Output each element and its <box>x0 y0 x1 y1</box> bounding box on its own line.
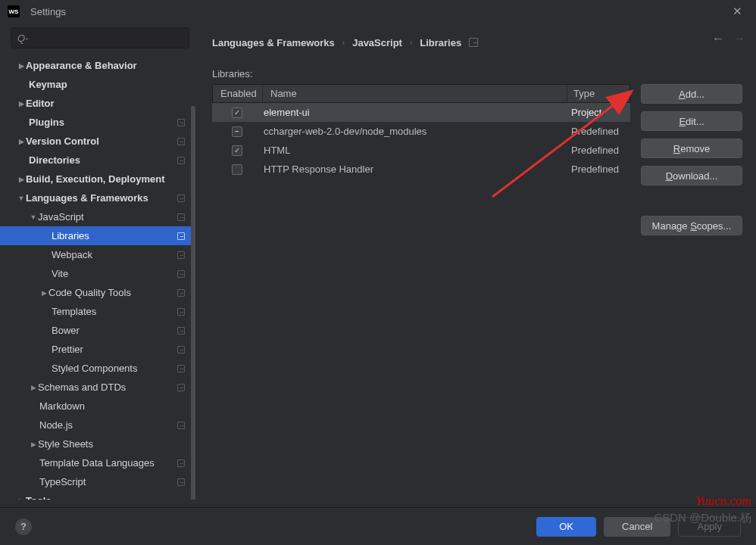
nav-nodejs[interactable]: Node.js <box>0 416 195 434</box>
manage-scopes-button[interactable]: Manage Scopes... <box>641 216 742 235</box>
nav-tdl[interactable]: Template Data Languages <box>0 453 195 472</box>
library-name: HTML <box>262 145 568 156</box>
nav-libraries[interactable]: Libraries <box>0 226 195 245</box>
nav-vite[interactable]: Vite <box>0 264 195 283</box>
nav-tools[interactable]: ▶Tools <box>0 491 195 500</box>
edit-button[interactable]: Edit... <box>641 111 742 131</box>
settings-icon <box>177 365 185 372</box>
nav-cqt[interactable]: ▶Code Quality Tools <box>0 283 195 302</box>
settings-icon <box>177 251 185 259</box>
library-type: Predefined <box>568 126 630 137</box>
close-icon[interactable]: ✕ <box>726 2 748 21</box>
table-row[interactable]: HTTP Response HandlerPredefined <box>212 160 630 179</box>
help-icon[interactable]: ? <box>15 519 32 535</box>
settings-icon <box>177 384 185 391</box>
table-row[interactable]: HTMLPredefined <box>212 141 630 160</box>
settings-icon <box>177 346 185 353</box>
settings-icon <box>177 289 185 297</box>
window-title: Settings <box>30 6 66 17</box>
titlebar: WS Settings ✕ <box>0 0 756 23</box>
nav-bower[interactable]: Bower <box>0 321 195 340</box>
settings-icon <box>177 478 185 486</box>
nav-directories[interactable]: Directories <box>0 151 195 170</box>
nav-build[interactable]: ▶Build, Execution, Deployment <box>0 170 195 188</box>
nav-templates[interactable]: Templates <box>0 302 195 321</box>
settings-icon <box>177 157 185 164</box>
remove-button[interactable]: Remove <box>641 139 742 158</box>
back-icon[interactable]: ← <box>712 32 724 45</box>
settings-icon <box>177 308 185 316</box>
nav-editor[interactable]: ▶Editor <box>0 94 195 113</box>
nav-styled[interactable]: Styled Components <box>0 359 195 378</box>
settings-icon <box>177 119 185 126</box>
table-row[interactable]: ccharger-web-2.0-dev/node_modulesPredefi… <box>212 122 630 141</box>
settings-icon <box>177 213 185 221</box>
chevron-right-icon: › <box>410 39 412 47</box>
library-type: Predefined <box>568 164 630 175</box>
nav-history: ← → <box>712 32 745 45</box>
nav-appearance[interactable]: ▶Appearance & Behavior <box>0 56 195 75</box>
enabled-checkbox[interactable] <box>232 164 242 175</box>
nav-langfw[interactable]: ▼Languages & Frameworks <box>0 188 195 207</box>
ok-button[interactable]: OK <box>536 517 596 537</box>
library-type: Predefined <box>568 145 630 156</box>
library-type: Project <box>568 107 630 118</box>
nav-webpack[interactable]: Webpack <box>0 245 195 264</box>
watermark: Yuucn.com <box>695 494 751 509</box>
nav-typescript[interactable]: TypeScript <box>0 472 195 491</box>
settings-icon <box>177 327 185 335</box>
enabled-checkbox[interactable] <box>232 145 242 156</box>
nav-stylesheets[interactable]: ▶Style Sheets <box>0 434 195 453</box>
dialog-footer: ? OK Cancel Apply <box>0 507 756 545</box>
main-content: Q- ▶Appearance & Behavior Keymap ▶Editor… <box>0 23 756 500</box>
library-name: element-ui <box>262 107 568 118</box>
settings-icon <box>177 232 185 240</box>
watermark: CSDN @Double.杨 <box>654 511 751 525</box>
table-header: Enabled Name Type <box>212 84 630 103</box>
nav-schemas[interactable]: ▶Schemas and DTDs <box>0 378 195 397</box>
nav-vcs[interactable]: ▶Version Control <box>0 132 195 151</box>
settings-icon <box>177 270 185 278</box>
enabled-checkbox[interactable] <box>232 126 242 137</box>
content-pane: Languages & Frameworks › JavaScript › Li… <box>195 23 756 500</box>
nav-keymap[interactable]: Keymap <box>0 75 195 94</box>
download-button[interactable]: Download... <box>641 166 742 185</box>
nav-plugins[interactable]: Plugins <box>0 113 195 132</box>
library-name: ccharger-web-2.0-dev/node_modules <box>262 126 568 137</box>
library-name: HTTP Response Handler <box>262 164 568 175</box>
nav-prettier[interactable]: Prettier <box>0 340 195 359</box>
table-row[interactable]: element-uiProject <box>212 103 630 122</box>
nav-javascript[interactable]: ▼JavaScript <box>0 207 195 226</box>
enabled-checkbox[interactable] <box>232 107 242 118</box>
app-logo: WS <box>8 5 20 17</box>
forward-icon: → <box>733 32 745 45</box>
settings-tree: ▶Appearance & Behavior Keymap ▶Editor Pl… <box>0 53 195 500</box>
settings-icon <box>177 459 185 467</box>
chevron-right-icon: › <box>342 39 345 47</box>
settings-icon <box>177 138 185 145</box>
action-buttons: Add... Edit... Remove Download... Manage… <box>641 84 742 235</box>
settings-icon <box>177 422 185 429</box>
settings-icon <box>469 38 478 47</box>
nav-markdown[interactable]: Markdown <box>0 397 195 416</box>
add-button[interactable]: Add... <box>641 84 742 104</box>
settings-icon <box>177 195 185 202</box>
libraries-label: Libraries: <box>212 68 742 79</box>
sidebar: Q- ▶Appearance & Behavior Keymap ▶Editor… <box>0 23 195 500</box>
libraries-table: Enabled Name Type element-uiProjectcchar… <box>212 84 630 235</box>
search-input[interactable]: Q- <box>11 27 189 48</box>
breadcrumb: Languages & Frameworks › JavaScript › Li… <box>212 32 742 53</box>
